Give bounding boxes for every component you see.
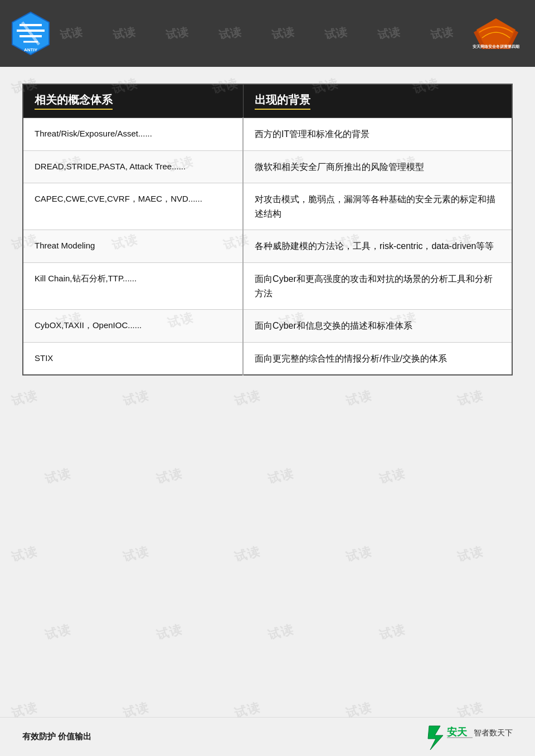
footer-logo-icon: 安天 智者数天下: [424, 723, 513, 751]
left-cell: CAPEC,CWE,CVE,CVRF，MAEC，NVD......: [23, 183, 243, 230]
left-cell: Kill Chain,钻石分析,TTP......: [23, 262, 243, 309]
svg-text:安天网络安全冬训营第四期: 安天网络安全冬训营第四期: [472, 44, 519, 49]
main-content: 相关的概念体系 出现的背景 Threat/Risk/Exposure/Asset…: [0, 67, 535, 392]
header-watermark-8: 试读: [429, 24, 454, 43]
col1-header: 相关的概念体系: [23, 84, 243, 118]
watermark-29: 试读: [232, 543, 262, 565]
watermark-34: 试读: [266, 621, 296, 643]
header-watermark-7: 试读: [376, 24, 401, 43]
svg-marker-10: [428, 726, 443, 750]
header-watermark-3: 试读: [164, 24, 189, 43]
table-row: CAPEC,CWE,CVE,CVRF，MAEC，NVD......对攻击模式，脆…: [23, 183, 512, 230]
header: ANTIY 试读 试读 试读 试读 试读 试读 试读 试读 安天网络安全冬训营第…: [0, 0, 535, 67]
svg-text:ANTIY: ANTIY: [24, 47, 38, 52]
svg-text:安天: 安天: [446, 726, 468, 738]
watermark-27: 试读: [9, 543, 40, 565]
right-cell: 面向Cyber和更高强度的攻击和对抗的场景的分析工具和分析方法: [243, 262, 512, 309]
right-cell: 对攻击模式，脆弱点，漏洞等各种基础的安全元素的标定和描述结构: [243, 183, 512, 230]
header-right-logo-icon: 安天网络安全冬训营第四期: [468, 16, 524, 52]
table-row: CybOX,TAXII，OpenIOC......面向Cyber和信息交换的描述…: [23, 310, 512, 343]
right-cell: 面向Cyber和信息交换的描述和标准体系: [243, 310, 512, 343]
watermark-31: 试读: [455, 543, 485, 565]
header-watermark-4: 试读: [217, 24, 242, 43]
header-watermark-6: 试读: [323, 24, 348, 43]
footer: 有效防护 价值输出 安天 智者数天下: [0, 717, 535, 756]
header-right: 安天网络安全冬训营第四期: [468, 16, 524, 52]
right-cell: 面向更完整的综合性的情报分析/作业/交换的体系: [243, 342, 512, 375]
svg-text:智者数天下: 智者数天下: [474, 728, 513, 737]
header-watermark-5: 试读: [270, 24, 295, 43]
table-row: Kill Chain,钻石分析,TTP......面向Cyber和更高强度的攻击…: [23, 262, 512, 309]
header-watermark-1: 试读: [59, 24, 83, 43]
left-cell: CybOX,TAXII，OpenIOC......: [23, 310, 243, 343]
watermark-35: 试读: [377, 621, 407, 643]
header-watermark-2: 试读: [111, 24, 136, 43]
right-cell: 微软和相关安全厂商所推出的风险管理模型: [243, 150, 512, 183]
table-row: Threat Modeling各种威胁建模的方法论，工具，risk-centri…: [23, 230, 512, 263]
footer-tagline: 有效防护 价值输出: [22, 731, 91, 742]
watermark-28: 试读: [121, 543, 151, 565]
right-cell: 各种威胁建模的方法论，工具，risk-centric，data-driven等等: [243, 230, 512, 263]
watermark-30: 试读: [344, 543, 374, 565]
footer-brand: 安天 智者数天下: [424, 723, 513, 751]
watermark-33: 试读: [154, 621, 184, 643]
left-cell: DREAD,STRIDE,PASTA, Attack Tree......: [23, 150, 243, 183]
watermark-24: 试读: [154, 465, 184, 487]
col2-header: 出现的背景: [243, 84, 512, 118]
left-cell: STIX: [23, 342, 243, 375]
watermark-26: 试读: [377, 465, 407, 487]
header-watermarks: 试读 试读 试读 试读 试读 试读 试读 试读: [45, 0, 468, 67]
left-cell: Threat/Risk/Exposure/Asset......: [23, 118, 243, 151]
right-cell: 西方的IT管理和标准化的背景: [243, 118, 512, 151]
table-row: Threat/Risk/Exposure/Asset......西方的IT管理和…: [23, 118, 512, 151]
info-table: 相关的概念体系 出现的背景 Threat/Risk/Exposure/Asset…: [22, 84, 513, 375]
watermark-32: 试读: [43, 621, 73, 643]
table-row: STIX面向更完整的综合性的情报分析/作业/交换的体系: [23, 342, 512, 375]
left-cell: Threat Modeling: [23, 230, 243, 263]
table-row: DREAD,STRIDE,PASTA, Attack Tree......微软和…: [23, 150, 512, 183]
watermark-23: 试读: [43, 465, 73, 487]
watermark-25: 试读: [266, 465, 296, 487]
